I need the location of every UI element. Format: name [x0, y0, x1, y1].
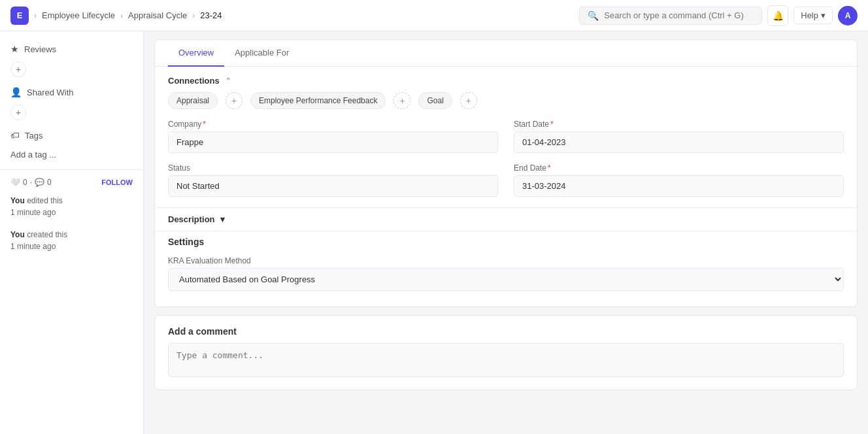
- company-input[interactable]: [168, 131, 498, 153]
- add-goal-button[interactable]: +: [460, 92, 477, 109]
- form-row-status-end: Status End Date*: [168, 163, 844, 197]
- connection-emp-perf-feedback[interactable]: Employee Performance Feedback: [250, 92, 386, 109]
- end-date-required: *: [548, 163, 551, 173]
- comment-card: Add a comment: [154, 315, 858, 390]
- help-chevron-icon: ▾: [821, 10, 826, 20]
- search-bar[interactable]: 🔍: [579, 7, 762, 25]
- breadcrumb-chevron-3: ›: [192, 11, 195, 20]
- description-header[interactable]: Description ▾: [155, 207, 857, 231]
- top-nav: E › Employee Lifecycle › Appraisal Cycle…: [0, 0, 868, 31]
- like-icon[interactable]: 🤍: [10, 178, 20, 187]
- activity-you-1: You: [10, 196, 25, 205]
- tab-applicable-for[interactable]: Applicable For: [224, 40, 299, 67]
- status-label: Status: [168, 163, 498, 173]
- main-content: Overview Applicable For Connections ⌃ Ap…: [144, 31, 868, 434]
- activity-created-text: created this: [27, 230, 67, 239]
- tab-bar: Overview Applicable For: [155, 40, 857, 67]
- connection-appraisal-label: Appraisal: [176, 96, 209, 105]
- add-shared-button[interactable]: +: [10, 105, 26, 120]
- connections-toggle-icon[interactable]: ⌃: [225, 76, 231, 86]
- connections-header: Connections ⌃: [155, 67, 857, 92]
- connections-row: Appraisal + Employee Performance Feedbac…: [155, 92, 857, 120]
- end-date-label: End Date*: [514, 163, 844, 173]
- start-date-label: Start Date*: [514, 120, 844, 129]
- form-group-start-date: Start Date*: [514, 120, 844, 153]
- shared-with-icon: 👤: [10, 87, 22, 97]
- breadcrumb-employee-lifecycle[interactable]: Employee Lifecycle: [42, 10, 115, 20]
- add-feedback-button[interactable]: +: [393, 92, 410, 109]
- start-date-required: *: [550, 120, 554, 129]
- add-tag-input[interactable]: Add a tag ...: [0, 145, 143, 164]
- overview-card: Overview Applicable For Connections ⌃ Ap…: [154, 39, 858, 307]
- like-comment-row: 🤍 0 · 💬 0 FOLLOW: [0, 175, 143, 190]
- connection-appraisal[interactable]: Appraisal: [168, 92, 218, 109]
- tab-overview[interactable]: Overview: [168, 40, 224, 67]
- follow-button[interactable]: FOLLOW: [101, 178, 133, 186]
- sidebar-item-tags[interactable]: 🏷 Tags: [0, 125, 143, 145]
- breadcrumb-appraisal-cycle[interactable]: Appraisal Cycle: [128, 10, 187, 20]
- settings-title: Settings: [168, 237, 844, 247]
- form-group-end-date: End Date*: [514, 163, 844, 197]
- activity-created-time: 1 minute ago: [10, 242, 56, 251]
- status-input[interactable]: [168, 175, 498, 197]
- settings-section: Settings KRA Evaluation Method Automated…: [155, 231, 857, 296]
- breadcrumb-chevron-2: ›: [120, 11, 123, 20]
- dot-separator: ·: [30, 178, 32, 187]
- form-group-status: Status: [168, 163, 498, 197]
- comment-icon[interactable]: 💬: [35, 178, 44, 187]
- activity-edited: You edited this 1 minute ago: [0, 190, 143, 224]
- connection-emp-perf-label: Employee Performance Feedback: [259, 96, 377, 105]
- comments-count: 0: [47, 178, 52, 187]
- add-tag-label: Add a tag ...: [10, 150, 56, 159]
- sidebar-reviews-label: Reviews: [24, 44, 56, 54]
- help-menu[interactable]: Help ▾: [793, 7, 833, 24]
- connection-goal[interactable]: Goal: [418, 92, 452, 109]
- notifications-button[interactable]: 🔔: [767, 5, 788, 26]
- user-avatar[interactable]: A: [838, 6, 858, 25]
- kra-label: KRA Evaluation Method: [168, 256, 844, 265]
- sidebar-item-reviews[interactable]: ★ Reviews: [0, 39, 143, 59]
- sidebar: ★ Reviews + 👤 Shared With + 🏷 Tags Add a…: [0, 31, 144, 434]
- breadcrumb-current[interactable]: 23-24: [200, 10, 222, 20]
- form-row-company-date: Company* Start Date*: [168, 120, 844, 153]
- description-toggle-icon: ▾: [220, 214, 225, 224]
- app-logo: E: [10, 7, 29, 25]
- form-section: Company* Start Date* Status: [155, 120, 857, 197]
- search-icon: 🔍: [588, 10, 599, 21]
- kra-select[interactable]: Automated Based on Goal Progress Manual …: [168, 268, 844, 291]
- end-date-input[interactable]: [514, 175, 844, 197]
- activity-created: You created this 1 minute ago: [0, 224, 143, 258]
- start-date-input[interactable]: [514, 131, 844, 153]
- activity-edited-text: edited this: [27, 196, 63, 205]
- comment-input[interactable]: [168, 343, 844, 377]
- breadcrumb-chevron-1: ›: [34, 11, 37, 20]
- connections-title: Connections: [168, 76, 220, 86]
- kra-form-group: KRA Evaluation Method Automated Based on…: [168, 256, 844, 291]
- description-title: Description: [168, 214, 215, 224]
- activity-you-2: You: [10, 230, 25, 239]
- company-label: Company*: [168, 120, 498, 129]
- activity-edited-time: 1 minute ago: [10, 208, 56, 217]
- company-required: *: [203, 120, 206, 129]
- sidebar-divider: [0, 169, 143, 170]
- tags-icon: 🏷: [10, 130, 20, 141]
- likes-count: 0: [23, 178, 27, 187]
- sidebar-tags-label: Tags: [25, 131, 42, 141]
- add-appraisal-button[interactable]: +: [225, 92, 242, 109]
- form-group-company: Company*: [168, 120, 498, 153]
- search-input[interactable]: [604, 10, 754, 20]
- sidebar-shared-label: Shared With: [27, 88, 74, 97]
- sidebar-item-shared-with[interactable]: 👤 Shared With: [0, 82, 143, 102]
- comment-title: Add a comment: [168, 326, 844, 337]
- add-reviews-button[interactable]: +: [10, 61, 26, 77]
- help-label: Help: [801, 10, 818, 20]
- connection-goal-label: Goal: [427, 96, 443, 105]
- reviews-icon: ★: [10, 44, 19, 54]
